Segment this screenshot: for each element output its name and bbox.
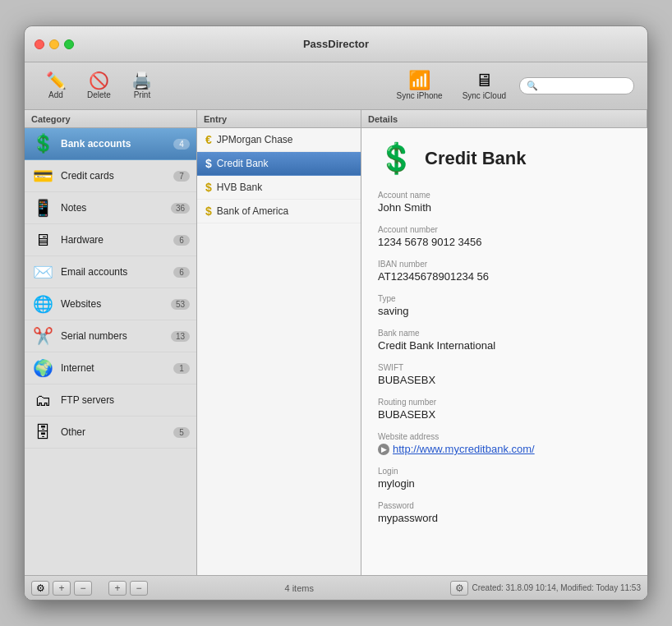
detail-value-4: Credit Bank International	[378, 339, 631, 352]
details-fields: Account nameJohn SmithAccount number1234…	[378, 191, 631, 524]
category-column-header: Category	[25, 110, 197, 127]
sidebar-item-serial-numbers[interactable]: ✂️Serial numbers13	[25, 320, 196, 352]
entry-icon-jpmorgan: €	[205, 133, 212, 146]
traffic-lights	[35, 39, 74, 49]
entry-icon-bankofamerica: $	[205, 205, 212, 218]
detail-row-2: IBAN numberAT12345678901234 56	[378, 260, 631, 283]
bottom-bar: ⚙ + − + − 4 items ⚙ Created: 31.8.09 10:…	[25, 575, 647, 600]
delete-button[interactable]: 🚫 Delete	[81, 69, 117, 103]
detail-label-3: Type	[378, 294, 631, 303]
sidebar-item-bank-accounts[interactable]: 💲Bank accounts4	[25, 128, 196, 160]
entry-icon-hvbbank: $	[205, 181, 212, 194]
remove-category-button[interactable]: −	[74, 581, 92, 596]
detail-row-4: Bank nameCredit Bank International	[378, 329, 631, 352]
entry-icon-creditbank: $	[205, 157, 212, 170]
entry-item-bankofamerica[interactable]: $Bank of America	[197, 200, 361, 223]
sidebar-item-hardware[interactable]: 🖥Hardware6	[25, 224, 196, 256]
window-title: PassDirector	[303, 38, 369, 50]
print-icon: 🖨️	[131, 72, 152, 89]
sidebar-badge-serial-numbers: 13	[171, 331, 190, 342]
website-link[interactable]: http://www.mycreditbank.com/	[393, 443, 535, 455]
sync-icloud-icon: 🖥	[475, 71, 493, 90]
website-icon: ▶	[378, 444, 389, 455]
entry-label-jpmorgan: JPMorgan Chase	[217, 134, 293, 145]
detail-row-3: Typesaving	[378, 294, 631, 317]
website-value-wrapper: ▶http://www.mycreditbank.com/	[378, 443, 631, 455]
entry-label-creditbank: Credit Bank	[217, 158, 269, 169]
sync-iphone-button[interactable]: 📶 Sync iPhone	[389, 68, 449, 104]
sidebar-label-bank-accounts: Bank accounts	[61, 138, 167, 150]
delete-icon: 🚫	[89, 72, 109, 89]
entry-list: €JPMorgan Chase$Credit Bank$HVB Bank$Ban…	[197, 128, 361, 575]
sidebar-item-notes[interactable]: 📱Notes36	[25, 192, 196, 224]
delete-label: Delete	[87, 90, 111, 99]
detail-label-9: Password	[378, 501, 631, 510]
sidebar-label-internet: Internet	[61, 362, 167, 374]
detail-row-1: Account number1234 5678 9012 3456	[378, 225, 631, 248]
entry-item-creditbank[interactable]: $Credit Bank	[197, 152, 361, 176]
add-category-button[interactable]: +	[53, 581, 71, 596]
detail-value-3: saving	[378, 305, 631, 317]
search-box: 🔍	[519, 77, 634, 94]
detail-value-0: John Smith	[378, 201, 631, 214]
close-button[interactable]	[35, 39, 44, 49]
titlebar: PassDirector	[25, 26, 647, 62]
detail-row-9: Passwordmypassword	[378, 501, 631, 524]
sync-icloud-label: Sync iCloud	[463, 91, 506, 100]
remove-entry-button[interactable]: −	[130, 581, 148, 596]
sidebar-item-ftp-servers[interactable]: 🗂FTP servers	[25, 384, 196, 417]
add-label: Add	[48, 90, 63, 99]
maximize-button[interactable]	[64, 39, 74, 49]
sidebar-label-serial-numbers: Serial numbers	[61, 330, 164, 342]
sidebar-icon-hardware: 🖥	[31, 228, 54, 251]
sidebar-icon-email-accounts: ✉️	[31, 260, 54, 283]
sidebar-badge-credit-cards: 7	[173, 171, 190, 182]
search-input[interactable]	[541, 81, 632, 91]
sidebar: 💲Bank accounts4💳Credit cards7📱Notes36🖥Ha…	[25, 128, 197, 575]
sidebar-label-notes: Notes	[61, 202, 164, 214]
detail-label-7: Website address	[378, 432, 631, 441]
detail-value-9: mypassword	[378, 512, 631, 524]
detail-value-2: AT12345678901234 56	[378, 270, 631, 283]
sidebar-item-email-accounts[interactable]: ✉️Email accounts6	[25, 256, 196, 288]
detail-label-8: Login	[378, 467, 631, 476]
sidebar-item-internet[interactable]: 🌍Internet1	[25, 352, 196, 384]
columns-header: Category Entry Details	[25, 110, 647, 128]
sidebar-item-credit-cards[interactable]: 💳Credit cards7	[25, 160, 196, 192]
detail-value-8: mylogin	[378, 477, 631, 490]
sync-iphone-label: Sync iPhone	[396, 91, 442, 100]
details-panel: 💲 Credit Bank Account nameJohn SmithAcco…	[361, 128, 647, 575]
settings-button[interactable]: ⚙	[31, 581, 49, 596]
sidebar-badge-notes: 36	[171, 203, 190, 214]
details-column-header: Details	[361, 110, 647, 127]
entry-item-jpmorgan[interactable]: €JPMorgan Chase	[197, 128, 361, 152]
sidebar-label-other: Other	[61, 426, 167, 438]
sidebar-label-ftp-servers: FTP servers	[61, 394, 190, 406]
sidebar-icon-internet: 🌍	[31, 357, 54, 380]
details-main-icon: 💲	[378, 141, 415, 176]
detail-row-0: Account nameJohn Smith	[378, 191, 631, 214]
add-button[interactable]: ✏️ Add	[38, 69, 74, 103]
detail-row-8: Loginmylogin	[378, 467, 631, 490]
bottom-settings-button[interactable]: ⚙	[450, 581, 468, 596]
sidebar-badge-other: 5	[173, 427, 190, 438]
detail-value-6: BUBASEBX	[378, 408, 631, 421]
sidebar-icon-bank-accounts: 💲	[31, 132, 54, 155]
minimize-button[interactable]	[49, 39, 59, 49]
print-label: Print	[134, 90, 151, 99]
entry-label-hvbbank: HVB Bank	[217, 182, 262, 193]
sidebar-item-websites[interactable]: 🌐Websites53	[25, 288, 196, 320]
sync-icloud-button[interactable]: 🖥 Sync iCloud	[456, 68, 513, 104]
sidebar-item-other[interactable]: 🗄Other5	[25, 417, 196, 449]
sidebar-label-email-accounts: Email accounts	[61, 266, 167, 278]
sidebar-icon-other: 🗄	[31, 421, 54, 444]
detail-label-2: IBAN number	[378, 260, 631, 269]
search-icon: 🔍	[527, 81, 538, 91]
add-entry-button[interactable]: +	[108, 581, 127, 596]
print-button[interactable]: 🖨️ Print	[124, 69, 160, 103]
detail-label-6: Routing number	[378, 398, 631, 407]
detail-label-0: Account name	[378, 191, 631, 200]
sidebar-label-hardware: Hardware	[61, 234, 167, 246]
entry-item-hvbbank[interactable]: $HVB Bank	[197, 176, 361, 200]
sidebar-badge-internet: 1	[173, 363, 190, 374]
